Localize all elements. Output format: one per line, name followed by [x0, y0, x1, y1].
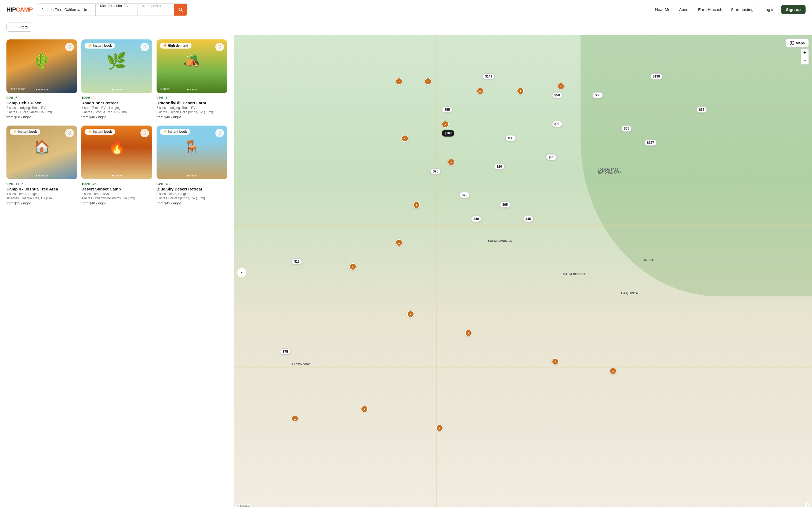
filters-button[interactable]: Filters: [6, 22, 32, 32]
price-marker-6[interactable]: $77: [552, 121, 563, 127]
search-button[interactable]: [174, 4, 187, 15]
card-badge: ⚡ Instant book: [85, 129, 115, 135]
guests-input[interactable]: Add guests: [138, 4, 174, 15]
road-horizontal-2: [234, 368, 812, 368]
image-dots: [112, 89, 122, 91]
rating-count: (9): [91, 96, 96, 100]
zoom-in-button[interactable]: +: [801, 49, 809, 57]
selected-price-marker[interactable]: $167: [442, 130, 454, 136]
camp-marker-7[interactable]: [448, 159, 455, 166]
favorite-button[interactable]: ♡: [215, 129, 224, 137]
card-location: 2 acres · Joshua Tree, CA (3mi): [81, 110, 152, 114]
camp-marker-14[interactable]: [610, 368, 616, 375]
camp-marker-17[interactable]: [291, 415, 298, 422]
map-panel[interactable]: PALM SPRINGS PALM DESERT INDIO LA QUINTA…: [234, 35, 812, 507]
dot: [115, 89, 116, 91]
map-background: PALM SPRINGS PALM DESERT INDIO LA QUINTA…: [234, 35, 812, 507]
price-marker-17[interactable]: $19: [291, 258, 302, 265]
favorite-button[interactable]: ♡: [65, 129, 74, 137]
camp-marker-6[interactable]: [401, 135, 408, 142]
card-name: Camp Deb's Place: [6, 101, 77, 105]
near-me-link[interactable]: Near Me: [652, 6, 674, 13]
price-marker-14[interactable]: $95: [500, 202, 510, 208]
camp-marker-8[interactable]: [413, 202, 420, 209]
start-hosting-link[interactable]: Start hosting: [728, 6, 757, 13]
dot: [192, 89, 194, 91]
maps-toggle-button[interactable]: Maps: [786, 38, 809, 48]
price-marker-12[interactable]: $25: [430, 168, 441, 175]
camp-marker-4[interactable]: [557, 82, 564, 90]
price-marker-0[interactable]: $149: [482, 73, 495, 80]
camp-marker-9[interactable]: [396, 239, 403, 246]
camp-marker-5[interactable]: [442, 121, 449, 128]
dot: [120, 89, 122, 91]
listing-card-camp5[interactable]: ⚡ Instant book ♡ 100% (45) Desert Sunset…: [81, 125, 152, 206]
earn-hipcash-link[interactable]: Earn Hipcash: [695, 6, 725, 13]
favorite-button[interactable]: ♡: [141, 43, 149, 51]
camp-marker-13[interactable]: [552, 358, 559, 365]
rating-count: (182): [164, 96, 172, 100]
card-price: from $40 / night: [81, 201, 152, 205]
card-info: 100% (45) Desert Sunset Camp 2 sites · T…: [81, 179, 152, 206]
camp-marker-0[interactable]: [396, 78, 403, 85]
login-button[interactable]: Log in: [759, 5, 779, 14]
svg-line-1: [181, 10, 182, 11]
price-marker-15[interactable]: $40: [471, 216, 481, 222]
camp-marker-10[interactable]: [349, 263, 356, 270]
price-marker-2[interactable]: $60: [592, 92, 603, 99]
favorite-button[interactable]: ♡: [215, 43, 224, 51]
map-info-button[interactable]: ℹ: [805, 502, 810, 507]
price-marker-18[interactable]: $75: [280, 348, 291, 355]
dates-input[interactable]: Mar 20 – Mar 23: [96, 4, 138, 15]
dot: [190, 175, 191, 176]
card-badge: ⚡ Instant book: [160, 129, 190, 135]
dot: [112, 175, 114, 176]
price-marker-8[interactable]: $30: [505, 135, 516, 142]
card-sites: 4 sites · Tents, Lodging: [6, 192, 77, 196]
listing-card-camp6[interactable]: ⚡ Instant book ♡ 94% (48) Blue Sky Deser…: [157, 125, 227, 206]
card-image: ⚡ Instant book ♡: [157, 125, 227, 179]
favorite-button[interactable]: ♡: [65, 43, 74, 51]
price-marker-10[interactable]: $167: [644, 139, 657, 146]
price-marker-3[interactable]: $139: [650, 73, 663, 80]
price-marker-4[interactable]: $55: [442, 107, 452, 113]
listing-card-camp2[interactable]: ⚡ Instant book ♡ 100% (9) Roadrunner ret…: [81, 40, 152, 120]
price-marker-16[interactable]: $45: [523, 216, 534, 222]
card-name: Roadrunner retreat: [81, 101, 152, 105]
listing-card-camp3[interactable]: 🔥 High demand ♡ Studios 97% (182) Dragon…: [157, 40, 227, 120]
dot: [41, 89, 43, 91]
camp-marker-3[interactable]: [517, 88, 524, 95]
camp-marker-1[interactable]: [424, 78, 432, 85]
camp-marker-2[interactable]: [476, 88, 484, 95]
rating-percentage: 97%: [6, 182, 13, 186]
card-location: 10 acres · Joshua Tree, CA (5mi): [6, 196, 77, 200]
price-marker-7[interactable]: $65: [621, 125, 632, 132]
park-region: [580, 35, 812, 296]
camp-marker-15[interactable]: [361, 406, 368, 412]
camp-marker-12[interactable]: [465, 329, 472, 336]
zoom-out-button[interactable]: −: [801, 57, 809, 65]
signup-button[interactable]: Sign up: [781, 5, 806, 14]
card-rating: 94% (48): [157, 182, 227, 186]
dot: [187, 175, 189, 176]
map-back-button[interactable]: ‹: [237, 268, 247, 277]
location-input[interactable]: [37, 4, 96, 15]
price-marker-9[interactable]: $51: [546, 154, 557, 160]
card-location: 5 acres · Yucca Valley, CA (9mi): [6, 110, 77, 114]
listing-card-camp4[interactable]: ⚡ Instant book ♡ 97% (1136) Camp 4 - Jos…: [6, 125, 77, 206]
logo: HIPCAMP: [6, 6, 33, 13]
price-marker-5[interactable]: $55: [696, 107, 707, 113]
dot: [195, 89, 197, 91]
price-marker-1[interactable]: $50: [552, 92, 563, 99]
price-marker-11[interactable]: $20: [494, 163, 505, 170]
camp-marker-11[interactable]: [407, 311, 414, 318]
card-name: DragonflyHill Desert Farm: [157, 101, 227, 105]
dot: [192, 175, 194, 176]
about-link[interactable]: About: [676, 6, 693, 13]
listing-card-camp1[interactable]: ♡ Deb's Place 99% (53) Camp Deb's Place …: [6, 40, 77, 120]
filters-bar: Filters: [0, 19, 812, 35]
favorite-button[interactable]: ♡: [141, 129, 149, 137]
camp-marker-16[interactable]: [436, 425, 443, 431]
price-marker-13[interactable]: $79: [459, 192, 470, 198]
map-zoom-controls: + −: [801, 49, 809, 65]
